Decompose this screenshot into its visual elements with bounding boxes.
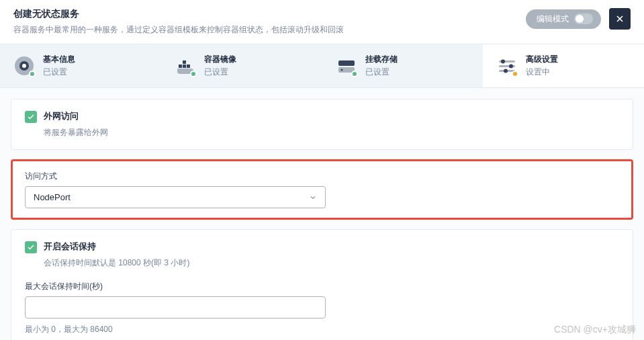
svg-rect-6	[187, 65, 190, 68]
svg-point-2	[22, 64, 26, 68]
info-icon	[13, 55, 35, 77]
close-icon	[614, 13, 625, 24]
svg-point-9	[340, 69, 342, 71]
step-title: 基本信息	[43, 54, 75, 65]
switch-icon	[574, 13, 593, 24]
tab-mount-storage[interactable]: 挂载存储 已设置	[322, 44, 484, 87]
access-method-label: 访问方式	[25, 171, 619, 182]
page-subtitle: 容器服务中最常用的一种服务，通过定义容器组模板来控制容器组状态，包括滚动升级和回…	[13, 24, 526, 36]
external-access-desc: 将服务暴露给外网	[44, 127, 619, 138]
session-persistence-desc: 会话保持时间默认是 10800 秒(即 3 小时)	[44, 257, 619, 269]
svg-rect-3	[179, 65, 182, 68]
session-persistence-card: 开启会话保持 会话保持时间默认是 10800 秒(即 3 小时) 最大会话保持时…	[11, 229, 633, 340]
close-button[interactable]	[609, 8, 631, 30]
edit-mode-label: 编辑模式	[537, 13, 569, 25]
step-status: 已设置	[365, 67, 398, 78]
timeout-label: 最大会话保持时间(秒)	[25, 281, 619, 292]
container-icon	[175, 55, 196, 77]
step-title: 容器镜像	[204, 54, 236, 65]
step-status: 设置中	[526, 67, 558, 78]
tab-container-image[interactable]: 容器镜像 已设置	[161, 44, 322, 87]
page-title: 创建无状态服务	[13, 8, 526, 20]
svg-rect-7	[338, 60, 355, 66]
edit-mode-toggle[interactable]: 编辑模式	[526, 9, 601, 29]
svg-point-11	[501, 60, 505, 64]
step-title: 挂载存储	[365, 54, 398, 65]
tab-advanced-settings[interactable]: 高级设置 设置中	[483, 44, 644, 87]
timeout-input[interactable]	[25, 296, 326, 318]
external-access-title: 外网访问	[44, 110, 79, 122]
advanced-icon	[496, 55, 518, 77]
external-access-checkbox[interactable]	[25, 111, 37, 123]
svg-point-13	[509, 65, 513, 69]
access-method-value: NodePort	[34, 192, 71, 202]
step-status: 已设置	[43, 67, 75, 78]
access-method-select[interactable]: NodePort	[25, 186, 326, 208]
step-title: 高级设置	[526, 54, 558, 65]
svg-rect-5	[183, 60, 186, 64]
session-persistence-checkbox[interactable]	[25, 241, 37, 253]
access-method-card: 访问方式 NodePort	[11, 159, 633, 220]
timeout-hint: 最小为 0，最大为 86400	[25, 324, 619, 335]
svg-rect-4	[183, 65, 186, 68]
chevron-down-icon	[309, 194, 317, 202]
check-icon	[27, 243, 35, 251]
check-icon	[27, 113, 35, 121]
watermark: CSDN @cv+攻城狮	[554, 324, 636, 336]
external-access-card: 外网访问 将服务暴露给外网	[11, 99, 633, 150]
storage-icon	[336, 55, 357, 77]
tab-basic-info[interactable]: 基本信息 已设置	[0, 44, 161, 87]
step-status: 已设置	[204, 67, 236, 78]
session-persistence-title: 开启会话保持	[44, 241, 96, 253]
svg-point-15	[504, 69, 508, 73]
step-tabs: 基本信息 已设置 容器镜像 已设置 挂载存储 已设置 高级设置 设置中	[0, 44, 644, 88]
